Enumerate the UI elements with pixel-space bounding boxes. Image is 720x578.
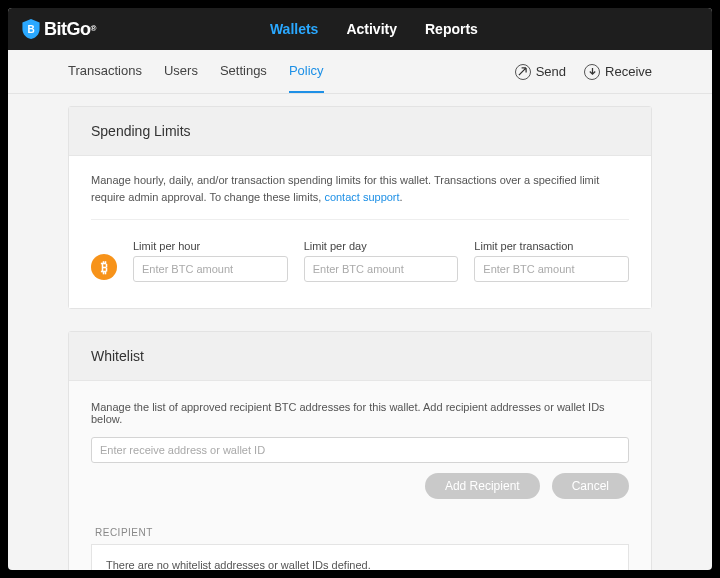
- whitelist-title: Whitelist: [69, 332, 651, 381]
- tab-policy[interactable]: Policy: [289, 50, 324, 93]
- receive-icon: [584, 64, 600, 80]
- nav-wallets[interactable]: Wallets: [270, 21, 319, 37]
- limit-per-hour-input[interactable]: [133, 256, 288, 282]
- tab-users[interactable]: Users: [164, 50, 198, 93]
- tab-settings[interactable]: Settings: [220, 50, 267, 93]
- nav-activity[interactable]: Activity: [346, 21, 397, 37]
- recipient-empty-state: There are no whitelist addresses or wall…: [91, 544, 629, 570]
- contact-support-link[interactable]: contact support: [324, 191, 399, 203]
- limit-per-day-label: Limit per day: [304, 240, 459, 252]
- content-area: Spending Limits Manage hourly, daily, an…: [8, 94, 712, 570]
- sub-nav: Transactions Users Settings Policy Send …: [8, 50, 712, 94]
- send-icon: [515, 64, 531, 80]
- whitelist-card: Whitelist Manage the list of approved re…: [68, 331, 652, 570]
- limit-per-transaction-input[interactable]: [474, 256, 629, 282]
- bitcoin-icon: ₿: [91, 254, 117, 280]
- svg-text:B: B: [28, 24, 35, 35]
- cancel-button[interactable]: Cancel: [552, 473, 629, 499]
- app-window: B BitGo® Wallets Activity Reports Transa…: [8, 8, 712, 570]
- spending-limits-title: Spending Limits: [69, 107, 651, 156]
- whitelist-address-input[interactable]: [91, 437, 629, 463]
- recipient-header: RECIPIENT: [91, 527, 629, 538]
- spending-limits-card: Spending Limits Manage hourly, daily, an…: [68, 106, 652, 309]
- limit-per-transaction-label: Limit per transaction: [474, 240, 629, 252]
- tab-transactions[interactable]: Transactions: [68, 50, 142, 93]
- brand-logo: B BitGo®: [22, 19, 96, 40]
- nav-reports[interactable]: Reports: [425, 21, 478, 37]
- spending-limits-description: Manage hourly, daily, and/or transaction…: [91, 172, 629, 220]
- limit-per-hour-label: Limit per hour: [133, 240, 288, 252]
- whitelist-description: Manage the list of approved recipient BT…: [91, 401, 629, 425]
- shield-icon: B: [22, 19, 40, 39]
- top-nav: B BitGo® Wallets Activity Reports: [8, 8, 712, 50]
- send-button[interactable]: Send: [515, 64, 566, 80]
- receive-button[interactable]: Receive: [584, 64, 652, 80]
- limit-per-day-input[interactable]: [304, 256, 459, 282]
- add-recipient-button[interactable]: Add Recipient: [425, 473, 540, 499]
